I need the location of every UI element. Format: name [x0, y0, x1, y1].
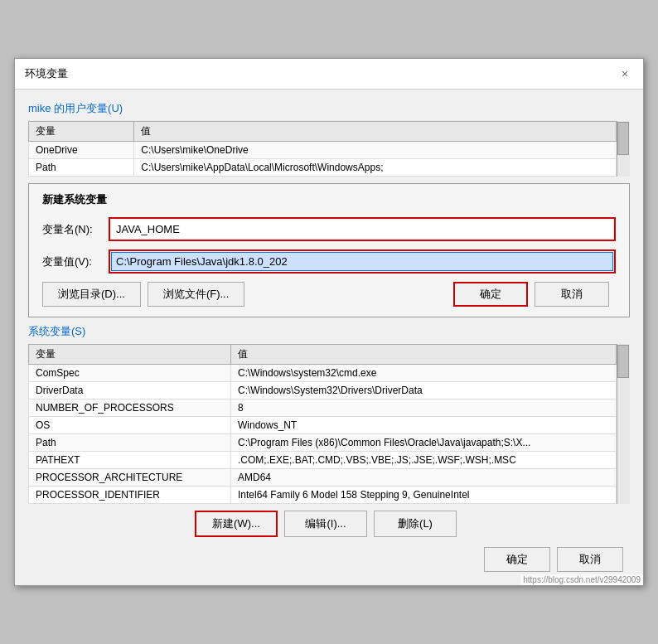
browse-dir-button[interactable]: 浏览目录(D)...	[42, 282, 141, 307]
variable-name-input[interactable]	[112, 220, 612, 238]
table-row[interactable]: Path C:\Users\mike\AppData\Local\Microso…	[29, 159, 617, 177]
environment-variables-dialog: 环境变量 × mike 的用户变量(U) 变量 值 OneDrive C:\Us…	[14, 58, 644, 586]
sys-var-value: C:\Program Files (x86)\Common Files\Orac…	[230, 434, 616, 452]
variable-name-label: 变量名(N):	[42, 222, 109, 237]
close-button[interactable]: ×	[617, 65, 633, 82]
user-table-scrollbar-thumb[interactable]	[617, 122, 629, 155]
dialog-ok-button[interactable]: 确定	[484, 547, 550, 572]
edit-sys-var-button[interactable]: 编辑(I)...	[284, 511, 367, 537]
variable-name-row: 变量名(N):	[42, 217, 616, 241]
sys-var-name: Path	[29, 434, 231, 452]
table-row[interactable]: Path C:\Program Files (x86)\Common Files…	[29, 434, 617, 452]
new-var-buttons-row: 浏览目录(D)... 浏览文件(F)... 确定 取消	[42, 282, 616, 307]
sys-var-value: Windows_NT	[230, 417, 616, 434]
title-bar: 环境变量 ×	[15, 59, 643, 90]
table-row[interactable]: ComSpec C:\Windows\system32\cmd.exe	[29, 365, 617, 382]
user-variables-title: mike 的用户变量(U)	[28, 101, 630, 116]
sys-var-value: Intel64 Family 6 Model 158 Stepping 9, G…	[230, 487, 616, 504]
user-var-name: OneDrive	[29, 142, 134, 159]
new-sys-var-button[interactable]: 新建(W)...	[195, 511, 278, 537]
url-watermark: https://blog.csdn.net/v29942009	[520, 574, 643, 585]
sys-var-value: .COM;.EXE;.BAT;.CMD;.VBS;.VBE;.JS;.JSE;.…	[230, 452, 616, 469]
variable-value-row: 变量值(V):	[42, 249, 616, 274]
system-variables-title: 系统变量(S)	[28, 324, 630, 339]
user-var-value: C:\Users\mike\AppData\Local\Microsoft\Wi…	[134, 159, 617, 177]
sys-var-value: C:\Windows\System32\Drivers\DriverData	[230, 382, 616, 399]
user-table-scrollbar[interactable]	[617, 121, 630, 177]
system-action-buttons: 新建(W)... 编辑(I)... 删除(L)	[28, 511, 630, 537]
sys-var-name: PROCESSOR_ARCHITECTURE	[29, 469, 231, 487]
sys-var-value: AMD64	[230, 469, 616, 487]
dialog-cancel-button[interactable]: 取消	[557, 547, 623, 572]
footer-buttons: 确定 取消	[28, 540, 630, 577]
sys-var-value: C:\Windows\system32\cmd.exe	[230, 365, 616, 382]
table-row[interactable]: OneDrive C:\Users\mike\OneDrive	[29, 142, 617, 159]
table-row[interactable]: NUMBER_OF_PROCESSORS 8	[29, 399, 617, 417]
sys-var-col-header: 变量	[29, 345, 231, 365]
table-row[interactable]: DriverData C:\Windows\System32\Drivers\D…	[29, 382, 617, 399]
dialog-title: 环境变量	[25, 66, 68, 81]
user-var-name: Path	[29, 159, 134, 177]
new-variable-title: 新建系统变量	[42, 192, 616, 207]
sys-var-name: OS	[29, 417, 231, 434]
sys-var-name: ComSpec	[29, 365, 231, 382]
sys-var-name: PATHEXT	[29, 452, 231, 469]
user-variables-table-wrapper: 变量 值 OneDrive C:\Users\mike\OneDrive Pat…	[28, 121, 630, 177]
system-variables-table: 变量 值 ComSpec C:\Windows\system32\cmd.exe…	[28, 344, 617, 504]
table-row[interactable]: PROCESSOR_IDENTIFIER Intel64 Family 6 Mo…	[29, 487, 617, 504]
table-row[interactable]: PROCESSOR_ARCHITECTURE AMD64	[29, 469, 617, 487]
system-variables-table-wrapper: 变量 值 ComSpec C:\Windows\system32\cmd.exe…	[28, 344, 630, 504]
variable-value-input-wrapper	[109, 249, 616, 274]
user-var-value: C:\Users\mike\OneDrive	[134, 142, 617, 159]
delete-sys-var-button[interactable]: 删除(L)	[374, 511, 457, 537]
sys-table-scrollbar[interactable]	[617, 344, 630, 504]
user-val-col-header: 值	[134, 122, 617, 142]
variable-value-input[interactable]	[111, 252, 613, 271]
dialog-body: mike 的用户变量(U) 变量 值 OneDrive C:\Users\mik…	[15, 90, 643, 585]
sys-var-name: NUMBER_OF_PROCESSORS	[29, 399, 231, 417]
user-variables-table: 变量 值 OneDrive C:\Users\mike\OneDrive Pat…	[28, 121, 617, 177]
new-var-ok-button[interactable]: 确定	[453, 282, 528, 307]
table-row[interactable]: PATHEXT .COM;.EXE;.BAT;.CMD;.VBS;.VBE;.J…	[29, 452, 617, 469]
sys-var-name: DriverData	[29, 382, 231, 399]
new-var-cancel-button[interactable]: 取消	[535, 282, 609, 307]
table-row[interactable]: OS Windows_NT	[29, 417, 617, 434]
new-variable-box: 新建系统变量 变量名(N): 变量值(V): 浏览目录(D)... 浏览文件(F…	[28, 183, 630, 317]
sys-var-name: PROCESSOR_IDENTIFIER	[29, 487, 231, 504]
sys-var-value: 8	[230, 399, 616, 417]
variable-name-input-wrapper	[109, 217, 616, 241]
system-variables-section: 系统变量(S) 变量 值 ComSpec C:\Windows\system32…	[28, 324, 630, 537]
user-var-col-header: 变量	[29, 122, 134, 142]
browse-file-button[interactable]: 浏览文件(F)...	[148, 282, 244, 307]
sys-val-col-header: 值	[230, 345, 616, 365]
sys-table-scrollbar-thumb[interactable]	[617, 345, 629, 378]
variable-value-label: 变量值(V):	[42, 254, 109, 269]
